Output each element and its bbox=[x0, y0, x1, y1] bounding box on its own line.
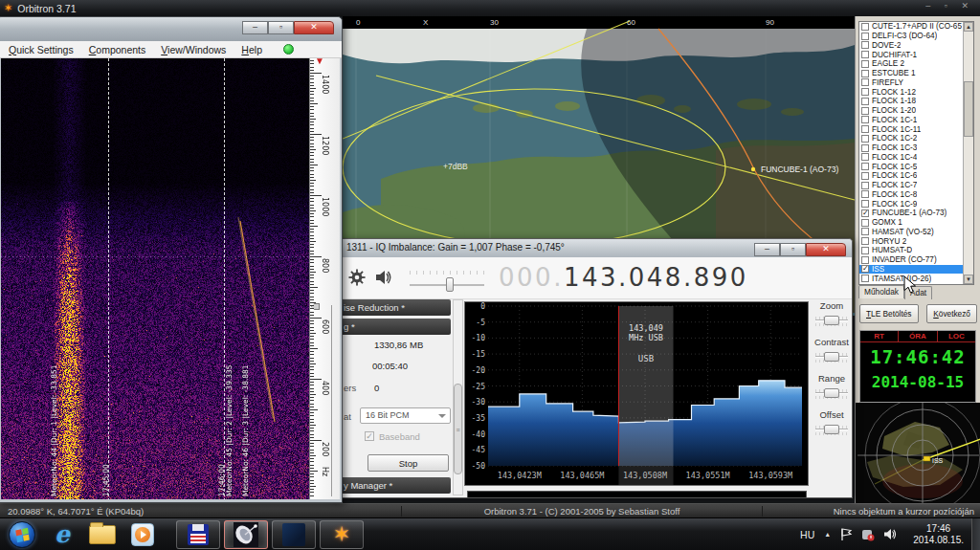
file-explorer-icon[interactable] bbox=[84, 520, 121, 549]
volume-tray-icon[interactable] bbox=[883, 528, 897, 540]
start-button[interactable] bbox=[4, 520, 40, 549]
satellite-row[interactable]: INVADER (CO-77) bbox=[859, 255, 973, 265]
audio-mute-icon[interactable] bbox=[375, 270, 391, 285]
satellite-checkbox[interactable] bbox=[861, 135, 869, 143]
satellite-checkbox[interactable] bbox=[861, 116, 869, 123]
satellite-row[interactable]: HUMSAT-D bbox=[859, 246, 973, 255]
sdr-scrollbar-thumb[interactable]: ≡ bbox=[454, 384, 462, 474]
satellite-checkbox[interactable]: ✓ bbox=[861, 265, 869, 273]
satellite-row[interactable]: FLOCK 1C-2 bbox=[859, 134, 973, 143]
format-combobox[interactable]: 16 Bit PCM bbox=[360, 407, 451, 424]
satellite-checkbox[interactable] bbox=[861, 60, 869, 68]
satellite-row[interactable]: DOVE-2 bbox=[859, 41, 973, 51]
maximize-button[interactable]: ▫ bbox=[268, 21, 294, 34]
satellite-checkbox[interactable] bbox=[861, 247, 869, 254]
satellite-row[interactable]: FLOCK 1C-9 bbox=[859, 199, 973, 209]
volume-slider-handle[interactable] bbox=[446, 277, 454, 292]
orbitron-titlebar[interactable]: ✶ Orbitron 3.71 – ▫ ✕ bbox=[0, 0, 980, 16]
satellite-checkbox[interactable] bbox=[861, 78, 869, 86]
taskbar-button-satellite-app[interactable] bbox=[224, 520, 268, 549]
satellite-checkbox[interactable] bbox=[861, 190, 869, 198]
satellite-checkbox[interactable] bbox=[861, 237, 869, 245]
satellite-checkbox[interactable] bbox=[861, 219, 869, 227]
satellite-checkbox[interactable] bbox=[861, 125, 869, 133]
satellite-list-scrollbar[interactable]: ▲ ▼ bbox=[963, 22, 973, 284]
satellite-row[interactable]: ✓FUNCUBE-1 (AO-73) bbox=[859, 209, 973, 218]
satellite-row[interactable]: ESTCUBE 1 bbox=[859, 69, 973, 78]
radar-iss-marker[interactable] bbox=[924, 456, 930, 461]
close-button[interactable]: ✕ bbox=[294, 21, 334, 34]
media-player-icon[interactable] bbox=[124, 520, 161, 549]
satellite-row[interactable]: FLOCK 1C-3 bbox=[859, 143, 973, 153]
satellite-checkbox[interactable] bbox=[861, 41, 869, 49]
satellite-row[interactable]: HAMSAT (VO-52) bbox=[859, 228, 973, 237]
satellite-row[interactable]: FLOCK 1C-6 bbox=[859, 171, 973, 181]
satellite-row[interactable]: FLOCK 1C-11 bbox=[859, 124, 973, 134]
show-desktop-button[interactable] bbox=[971, 518, 980, 550]
tab-muholdak[interactable]: Műholdak bbox=[858, 285, 904, 298]
spectrum-lab-window[interactable]: – ▫ ✕ Quick SettingsComponentsView/Windo… bbox=[0, 16, 343, 503]
menu-quick-settings[interactable]: Quick Settings bbox=[1, 44, 81, 55]
satellite-row[interactable]: FLOCK 1C-7 bbox=[859, 181, 973, 190]
manager-panel-header[interactable]: y Manager * bbox=[336, 477, 451, 494]
satellite-row[interactable]: FLOCK 1C-1 bbox=[859, 116, 973, 125]
frequency-display[interactable]: 000.143.048.890 bbox=[499, 263, 748, 292]
satellite-row[interactable]: FLOCK 1-20 bbox=[859, 106, 973, 116]
minimize-button[interactable]: – bbox=[754, 243, 780, 256]
satellite-checkbox[interactable] bbox=[861, 153, 869, 161]
settings-gear-icon[interactable] bbox=[348, 269, 366, 286]
stop-button[interactable]: Stop bbox=[368, 454, 449, 472]
window-caption-buttons[interactable]: – ▫ ✕ bbox=[925, 1, 974, 11]
satellite-checkbox[interactable] bbox=[861, 256, 869, 264]
baseband-checkbox[interactable]: ✓ bbox=[365, 431, 374, 441]
scrollbar-thumb[interactable] bbox=[964, 81, 973, 137]
satellite-checkbox[interactable] bbox=[861, 51, 869, 58]
satellite-checkbox[interactable] bbox=[861, 228, 869, 235]
spectrum-lab-titlebar[interactable]: – ▫ ✕ bbox=[0, 17, 342, 41]
satellite-checkbox[interactable] bbox=[861, 70, 869, 77]
satellite-row[interactable]: FLOCK 1-18 bbox=[859, 97, 973, 106]
security-alert-icon[interactable] bbox=[861, 528, 875, 541]
spectrum-analyzer[interactable]: 0-5-10-15-20-25-30-35-40-45-50143,049MHz… bbox=[464, 301, 809, 486]
menu-components[interactable]: Components bbox=[81, 44, 154, 55]
sdr-panel-scrollbar[interactable]: ≡ bbox=[453, 299, 463, 495]
satellite-checkbox[interactable] bbox=[861, 182, 869, 189]
hidden-icons-chevron[interactable]: ▲ bbox=[824, 531, 831, 538]
satellite-row[interactable]: FLOCK 1C-5 bbox=[859, 162, 973, 171]
close-button[interactable]: ✕ bbox=[806, 243, 846, 256]
satellite-checkbox[interactable] bbox=[861, 33, 869, 40]
taskbar-button-orbitron[interactable]: ✶ bbox=[320, 520, 364, 549]
satellite-checkbox[interactable] bbox=[861, 163, 869, 170]
language-indicator[interactable]: HU bbox=[800, 529, 814, 540]
satellite-row[interactable]: GOMX 1 bbox=[859, 218, 973, 228]
satellite-row[interactable]: HORYU 2 bbox=[859, 236, 973, 246]
satellite-row[interactable]: DELFI-C3 (DO-64) bbox=[859, 32, 973, 41]
scroll-down-arrow[interactable]: ▼ bbox=[964, 275, 973, 284]
satellite-checkbox[interactable] bbox=[861, 172, 869, 180]
satellite-checkbox[interactable] bbox=[861, 88, 869, 96]
zoom-slider[interactable] bbox=[815, 314, 848, 327]
satellite-row[interactable]: ✓ISS bbox=[859, 265, 973, 275]
sdr-titlebar[interactable]: 1311 - IQ Imbalance: Gain = 1,007 Phase … bbox=[331, 239, 852, 257]
range-slider[interactable] bbox=[815, 386, 848, 400]
taskbar-button-blue-app[interactable] bbox=[272, 520, 316, 549]
sdr-window[interactable]: 1311 - IQ Imbalance: Gain = 1,007 Phase … bbox=[330, 238, 853, 498]
satellite-row[interactable]: FLOCK 1C-4 bbox=[859, 153, 973, 163]
satellite-row[interactable]: FIREFLY bbox=[859, 78, 973, 88]
satellite-list[interactable]: CUTE-1.7+APD II (CO-65)DELFI-C3 (DO-64)D… bbox=[858, 21, 974, 285]
satellite-checkbox[interactable] bbox=[861, 23, 869, 31]
load-tle-button[interactable]: TLE Betöltés bbox=[859, 304, 919, 323]
satellite-row[interactable]: FLOCK 1C-8 bbox=[859, 190, 973, 200]
satellite-checkbox[interactable] bbox=[861, 275, 869, 282]
satellite-checkbox[interactable]: ✓ bbox=[861, 209, 869, 217]
satellite-checkbox[interactable] bbox=[861, 98, 869, 105]
internet-explorer-icon[interactable]: e bbox=[44, 520, 80, 549]
action-center-flag-icon[interactable] bbox=[840, 528, 853, 541]
scroll-up-arrow[interactable]: ▲ bbox=[964, 22, 973, 32]
satellite-checkbox[interactable] bbox=[861, 144, 869, 152]
recording-panel-header[interactable]: g * bbox=[336, 319, 451, 335]
radar-display[interactable]: ISS bbox=[856, 403, 980, 503]
satellite-checkbox[interactable] bbox=[861, 107, 869, 115]
taskbar-button-recorder[interactable] bbox=[176, 520, 220, 549]
satellite-row[interactable]: CUTE-1.7+APD II (CO-65) bbox=[859, 22, 973, 32]
